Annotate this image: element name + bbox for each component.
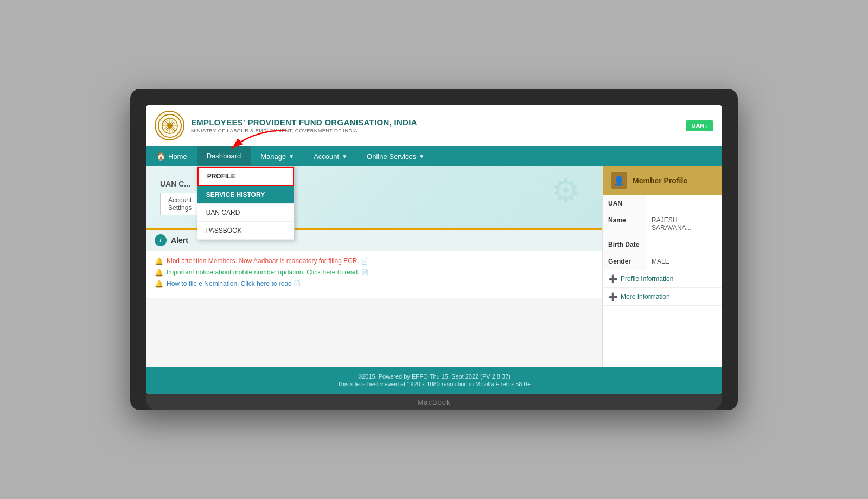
epfo-logo [155,111,184,140]
uan-row: UAN [603,195,722,212]
alert-text-1[interactable]: Kind attention Members. Now Aadhaar is m… [167,257,368,265]
profile-table: UAN Name RAJESH SARAVANA... Birth Date [603,195,722,270]
member-profile-header: 👤 Member Profile [603,166,722,195]
uan-label: UAN [603,195,646,212]
pdf-icon-1: 📄 [361,258,368,264]
alert-text-3[interactable]: How to file e Nomination. Click here to … [167,280,301,287]
nav-manage-label: Manage [260,152,286,161]
bell-icon-3: 🔔 [155,280,163,288]
passbook-label: PASSBOOK [206,227,242,234]
birth-date-value [646,236,722,253]
dropdown-passbook[interactable]: PASSBOOK [197,222,294,240]
nav-online-services-label: Online Services [367,152,416,161]
gender-value: MALE [646,253,722,270]
dropdown-uan-card[interactable]: UAN CARD [197,204,294,222]
bell-icon-1: 🔔 [155,257,163,265]
service-history-label: SERVICE HISTORY [206,191,265,199]
nav-manage[interactable]: Manage ▼ [251,146,304,166]
navbar: 🏠 Home Dashboard PROFILE [146,146,722,166]
account-text: Account [168,196,192,204]
uan-badge: UAN : [686,120,713,131]
more-information-link[interactable]: ➕ More Information [603,288,722,306]
org-title: EMPLOYEES' PROVIDENT FUND ORGANISATION, … [191,118,417,127]
website-content: EMPLOYEES' PROVIDENT FUND ORGANISATION, … [146,105,722,394]
manage-arrow-icon: ▼ [289,153,294,159]
alert-title: Alert [171,236,188,245]
birth-date-label: Birth Date [603,236,646,253]
plus-icon-1: ➕ [608,274,617,283]
org-info: EMPLOYEES' PROVIDENT FUND ORGANISATION, … [155,111,417,140]
alert-body: 🔔 Kind attention Members. Now Aadhaar is… [146,251,602,298]
dropdown-profile-label: PROFILE [207,172,235,180]
profile-information-link[interactable]: ➕ Profile Information [603,270,722,288]
dropdown-service-history[interactable]: SERVICE HISTORY [197,186,294,204]
bell-icon-2: 🔔 [155,268,163,277]
footer-line-1: ©2015. Powered by EPFO Thu 15, Sept 2022… [152,373,716,380]
pdf-icon-2: 📄 [361,269,369,276]
uan-caption: UAN C... [160,180,200,188]
name-value: RAJESH SARAVANA... [646,212,722,236]
right-panel: 👤 Member Profile UAN Name RAJESH SARAVAN… [602,166,722,367]
alert-item-3: 🔔 How to file e Nomination. Click here t… [155,280,594,288]
uan-card-label: UAN CARD [206,209,240,216]
gear-icon: ⚙ [551,171,580,209]
plus-icon-2: ➕ [608,292,617,301]
gender-row: Gender MALE [603,253,722,270]
alert-text-2[interactable]: Important notice about mobile number upd… [167,268,369,276]
settings-text: Settings [168,204,192,212]
profile-information-label: Profile Information [621,275,673,283]
profile-person-icon: 👤 [611,172,627,189]
pdf-icon-3: 📄 [293,280,301,287]
footer: ©2015. Powered by EPFO Thu 15, Sept 2022… [146,367,722,394]
top-bar: EMPLOYEES' PROVIDENT FUND ORGANISATION, … [146,105,722,146]
name-row: Name RAJESH SARAVANA... [603,212,722,236]
member-profile-title: Member Profile [633,176,687,185]
nav-home-label: Home [168,152,187,161]
info-icon: i [155,234,167,246]
account-settings-area: Account Settings [160,193,200,215]
nav-online-services[interactable]: Online Services ▼ [357,146,434,166]
dropdown-profile-item[interactable]: PROFILE [197,167,294,186]
home-icon: 🏠 [156,152,165,161]
org-text: EMPLOYEES' PROVIDENT FUND ORGANISATION, … [191,118,417,133]
account-arrow-icon: ▼ [342,153,347,159]
birth-date-row: Birth Date [603,236,722,253]
nav-home[interactable]: 🏠 Home [146,146,197,166]
uan-value [646,195,722,212]
dropdown-menu: PROFILE SERVICE HISTORY UAN CARD PASSBOO… [197,166,295,240]
nav-dashboard[interactable]: Dashboard [197,146,251,165]
banner-left: UAN C... Account Settings [160,180,200,215]
name-label: Name [603,212,646,236]
more-information-label: More Information [621,293,670,300]
laptop-brand: MacBook [417,398,450,406]
footer-line-2: This site is best viewed at 1920 x 1080 … [152,381,716,387]
nav-account[interactable]: Account ▼ [304,146,357,166]
online-services-arrow-icon: ▼ [419,153,424,159]
alert-item-2: 🔔 Important notice about mobile number u… [155,268,594,277]
laptop-base: MacBook [146,394,722,410]
gender-label: Gender [603,253,646,270]
nav-dashboard-wrapper: Dashboard PROFILE SERVICE HISTORY [197,146,251,166]
nav-account-label: Account [314,152,339,161]
laptop-screen: EMPLOYEES' PROVIDENT FUND ORGANISATION, … [146,105,722,394]
nav-dashboard-label: Dashboard [207,152,241,160]
laptop-frame: EMPLOYEES' PROVIDENT FUND ORGANISATION, … [130,89,738,410]
org-subtitle: MINISTRY OF LABOUR & EMPLOYMENT, GOVERNM… [191,128,417,133]
alert-item-1: 🔔 Kind attention Members. Now Aadhaar is… [155,257,594,265]
